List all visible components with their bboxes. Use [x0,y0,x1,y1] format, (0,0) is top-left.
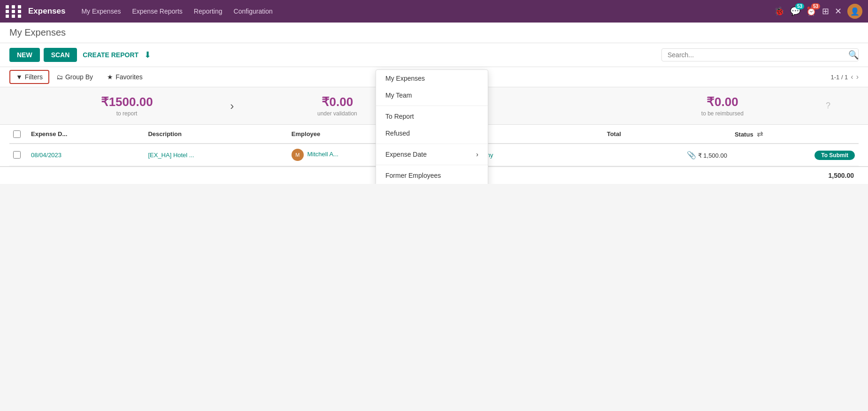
footer-total: 1,500.00 [829,172,854,179]
search-icon[interactable]: 🔍 [848,50,859,60]
download-button[interactable]: ⬇ [144,50,151,60]
nav-expense-reports[interactable]: Expense Reports [127,6,187,17]
summary-arrow[interactable]: › [230,99,234,113]
filter-item-to-report[interactable]: To Report [376,108,488,125]
next-page-button[interactable]: › [856,73,859,81]
to-be-reimbursed-card[interactable]: ₹0.00 to be reimbursed [633,95,812,117]
clock-icon[interactable]: ⏰ 53 [806,6,816,16]
row-description-cell: [EX_HA] Hotel ... [144,144,287,166]
prev-page-button[interactable]: ‹ [851,73,853,81]
filters-label: Filters [25,73,43,81]
nav-configuration[interactable]: Configuration [229,6,277,17]
filter-icon: ▼ [16,73,23,81]
arrow-icon: › [476,151,478,158]
filters-button[interactable]: ▼ Filters [9,70,49,84]
row-checkbox-cell [9,144,27,166]
row-description-link[interactable]: [EX_HA] Hotel ... [148,152,194,159]
toolbar: NEW SCAN CREATE REPORT ⬇ 🔍 [0,43,868,67]
col-expense-date-header: Expense D... [27,125,144,144]
to-report-label: to report [38,110,216,117]
chat-icon[interactable]: 💬 53 [790,6,800,16]
groupby-icon: 🗂 [56,73,63,81]
col-status-header: Status ⇄ [731,125,859,144]
grid-view-icon[interactable]: ⊞ [822,6,829,16]
filter-item-former-employees[interactable]: Former Employees [376,167,488,184]
select-all-checkbox[interactable] [13,130,21,138]
row-employee-link[interactable]: Mitchell A... [307,151,338,158]
to-report-card[interactable]: ₹1500.00 to report [38,95,216,117]
row-status-cell: To Submit [731,144,859,166]
favorites-button[interactable]: ★ Favorites [100,70,150,84]
nav-reporting[interactable]: Reporting [189,6,227,17]
new-button[interactable]: NEW [9,48,40,62]
clock-badge: 53 [811,3,820,9]
to-report-amount: ₹1500.00 [38,95,216,109]
nav-my-expenses[interactable]: My Expenses [77,6,125,17]
status-badge: To Submit [814,151,855,160]
groupby-label: Group By [65,73,93,81]
filter-item-refused[interactable]: Refused [376,125,488,142]
filter-item-my-team[interactable]: My Team [376,87,488,104]
divider-3 [376,165,488,165]
grid-menu-icon[interactable] [6,5,23,18]
attachment-icon: 📎 [687,151,696,159]
row-total-text: ₹ 1,500.00 [698,152,727,159]
employee-avatar: M [292,149,304,161]
favorites-label: Favorites [115,73,143,81]
settings-icon[interactable]: ✕ [835,6,842,16]
pagination: 1-1 / 1 ‹ › [830,73,859,81]
create-report-button[interactable]: CREATE REPORT [81,48,140,62]
user-avatar[interactable]: 👤 [847,4,862,19]
chat-badge: 53 [795,3,804,9]
pagination-text: 1-1 / 1 [830,74,848,81]
to-be-reimbursed-amount: ₹0.00 [633,95,812,109]
sort-icon[interactable]: ⇄ [757,130,763,138]
debug-icon[interactable]: 🐞 [774,6,784,16]
row-date-cell: 08/04/2023 [27,144,144,166]
help-icon[interactable]: ? [826,101,830,111]
row-checkbox[interactable] [13,151,21,159]
filter-item-expense-date[interactable]: Expense Date › [376,146,488,163]
row-total-cell: 📎 ₹ 1,500.00 [603,144,731,166]
groupby-button[interactable]: 🗂 Group By [49,70,100,84]
search-input[interactable] [661,48,859,61]
filter-dropdown: My Expenses My Team To Report Refused Ex… [376,69,488,184]
star-icon: ★ [107,73,113,81]
nav-icon-group: 🐞 💬 53 ⏰ 53 ⊞ ✕ 👤 [774,4,862,19]
col-check-header [9,125,27,144]
page-header: My Expenses [0,23,868,43]
to-be-reimbursed-label: to be reimbursed [633,110,812,117]
divider-1 [376,106,488,106]
divider-2 [376,144,488,144]
row-date-link[interactable]: 08/04/2023 [31,152,61,159]
filter-item-my-expenses[interactable]: My Expenses [376,70,488,87]
scan-button[interactable]: SCAN [44,48,77,62]
col-description-header: Description [144,125,287,144]
col-total-header: Total [603,125,731,144]
page-title: My Expenses [9,27,859,43]
top-navigation: Expenses My Expenses Expense Reports Rep… [0,0,868,23]
brand-title[interactable]: Expenses [28,7,65,16]
